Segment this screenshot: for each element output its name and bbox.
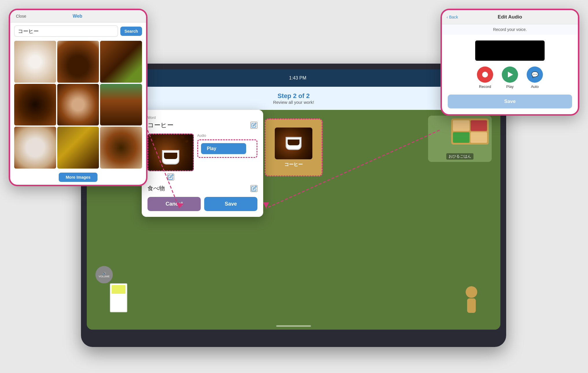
audio-section: Audio Play	[197, 134, 257, 158]
volume-icon: 🔊	[102, 272, 106, 275]
audio-popup-header: ‹ Back Edit Audio	[442, 10, 578, 24]
word-row: コーヒー	[148, 121, 257, 130]
edit-audio-title: Edit Audio	[498, 14, 522, 20]
record-label: Record	[479, 84, 491, 89]
close-button[interactable]: Close	[16, 14, 26, 19]
audio-dashed-box: Play	[197, 139, 257, 158]
search-result-2[interactable]	[57, 41, 99, 83]
save-button[interactable]: Save	[204, 197, 257, 211]
search-input[interactable]	[14, 25, 118, 37]
popup-header: Close Web	[10, 10, 146, 23]
search-result-4[interactable]	[14, 84, 56, 126]
search-popup: Close Web Search More Images	[9, 9, 148, 186]
auto-control: 💬 Auto	[527, 67, 543, 89]
back-button[interactable]: ‹ Back	[447, 15, 458, 19]
main-dialog: Word コーヒー	[142, 110, 263, 217]
dialog-footer: Cancel Save	[148, 197, 257, 211]
edit-audio-popup: ‹ Back Edit Audio Record your voice. Rec…	[440, 9, 579, 116]
cancel-button[interactable]: Cancel	[148, 197, 201, 211]
record-control: Record	[477, 67, 493, 89]
search-result-1[interactable]	[14, 41, 56, 83]
step-sublabel: Review all your work!	[273, 100, 314, 105]
search-button[interactable]: Search	[120, 27, 142, 36]
more-images-button[interactable]: More Images	[59, 173, 97, 182]
top-bar: 食べ物 1:43 PM ●●●	[87, 69, 500, 87]
search-result-6[interactable]	[100, 84, 142, 126]
center-card[interactable]: コーヒー	[265, 119, 322, 176]
audio-play-button[interactable]: Play	[201, 143, 246, 154]
image-grid	[10, 40, 146, 170]
play-control: Play	[502, 67, 518, 89]
auto-icon: 💬	[531, 71, 539, 78]
back-label: Back	[449, 15, 458, 19]
search-result-5[interactable]	[57, 84, 99, 126]
category-edit-button[interactable]	[250, 185, 257, 192]
audio-controls: Record Play 💬 Auto	[442, 67, 578, 89]
record-button[interactable]	[477, 67, 493, 83]
coffee-image	[148, 134, 193, 170]
play-icon	[508, 72, 513, 77]
gingerbread-man	[460, 286, 483, 315]
word-value: コーヒー	[148, 121, 174, 130]
search-result-3[interactable]	[100, 41, 142, 83]
record-instruction: Record your voice.	[442, 24, 578, 35]
step-label: Step 2 of 2	[277, 92, 309, 100]
step-banner: Step 2 of 2 Review all your work!	[87, 87, 500, 110]
image-edit-button[interactable]	[167, 173, 174, 180]
center-card-label: コーヒー	[284, 162, 303, 168]
audio-field-label: Audio	[197, 134, 257, 138]
volume-button[interactable]: 🔊 VOLUME	[95, 266, 113, 283]
play-button[interactable]	[502, 67, 518, 83]
right-cell-label: おひるごはん	[446, 153, 473, 160]
waveform-display	[475, 40, 545, 61]
search-bar: Search	[14, 25, 142, 37]
record-icon	[482, 72, 488, 77]
milk-carton	[110, 283, 127, 312]
status-time: 1:43 PM	[289, 75, 307, 81]
play-label: Play	[506, 84, 513, 89]
audio-save-button[interactable]: Save	[448, 95, 572, 108]
search-result-9[interactable]	[100, 127, 142, 169]
auto-label: Auto	[531, 84, 539, 89]
right-food-cell[interactable]: おひるごはん	[428, 116, 492, 162]
play-label-text: Play	[207, 146, 216, 151]
image-audio-row: Audio Play	[148, 134, 257, 180]
auto-button[interactable]: 💬	[527, 67, 543, 83]
home-bar	[276, 325, 311, 327]
word-field-label: Word	[148, 116, 257, 120]
search-result-8[interactable]	[57, 127, 99, 169]
image-box[interactable]	[148, 134, 194, 171]
category-value: 食べ物	[148, 184, 165, 192]
back-chevron-icon: ‹	[447, 15, 448, 19]
popup-title: Web	[73, 14, 82, 19]
word-edit-button[interactable]	[250, 122, 257, 129]
audio-edit-inline-button[interactable]	[248, 146, 254, 152]
search-result-7[interactable]	[14, 127, 56, 169]
volume-label: VOLUME	[99, 275, 110, 278]
category-row: 食べ物	[148, 184, 257, 192]
